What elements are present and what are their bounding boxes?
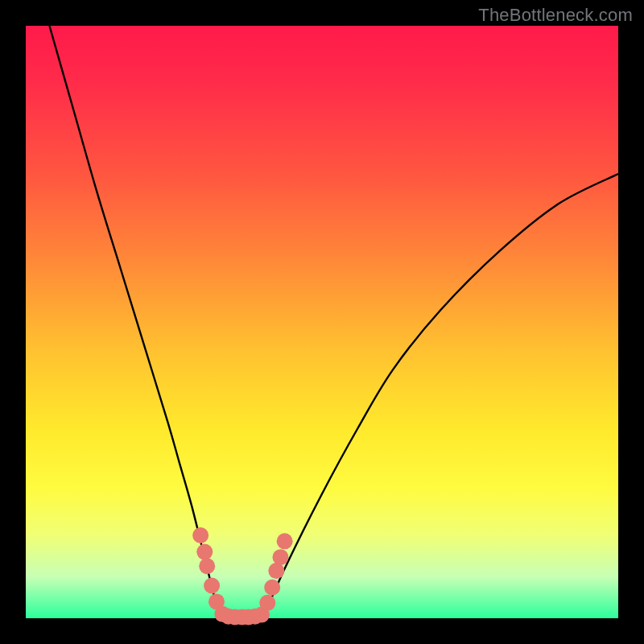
watermark-text: TheBottleneck.com [478, 5, 633, 26]
chart-frame: TheBottleneck.com [0, 0, 644, 644]
plot-area [26, 26, 618, 618]
